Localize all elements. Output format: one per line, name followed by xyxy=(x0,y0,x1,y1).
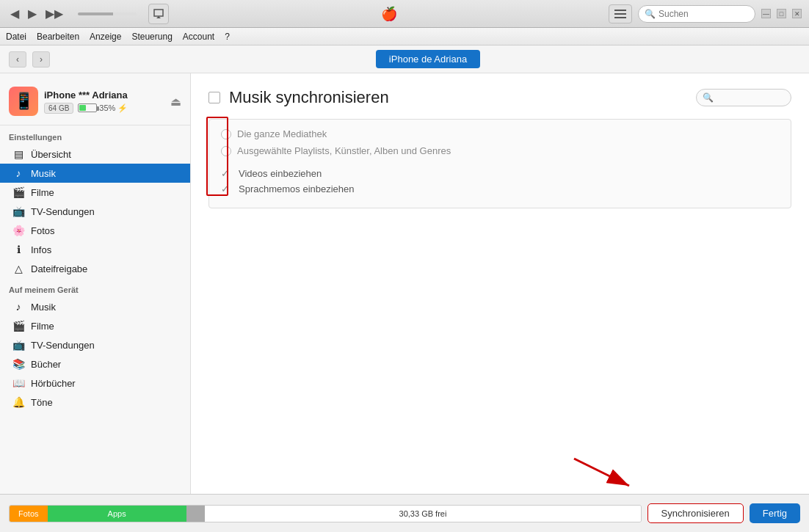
close-button[interactable]: ✕ xyxy=(792,9,802,18)
menu-account[interactable]: Account xyxy=(183,32,214,42)
nav-back-button[interactable]: ‹ xyxy=(9,51,26,68)
svg-rect-1 xyxy=(614,13,626,15)
sidebar-item-label-tv2: TV-Sendungen xyxy=(31,340,95,351)
radio-all-dot[interactable] xyxy=(221,129,231,139)
sidebar-item-infos[interactable]: ℹ Infos xyxy=(0,240,190,259)
menubar: Datei Bearbeiten Anzeige Steuerung Accou… xyxy=(0,28,809,45)
storage-badge: 64 GB xyxy=(44,103,73,114)
menu-help[interactable]: ? xyxy=(225,32,230,42)
device-icon: 📱 xyxy=(9,87,38,116)
airplay-button[interactable] xyxy=(148,4,169,24)
apps-segment-label: Apps xyxy=(108,509,126,518)
sidebar-item-label-musik: Musik xyxy=(31,168,56,179)
sidebar-item-uebersicht[interactable]: ▤ Übersicht xyxy=(0,145,190,164)
sidebar-item-label-buecher: Bücher xyxy=(31,359,61,370)
volume-slider[interactable] xyxy=(78,12,137,15)
svg-rect-2 xyxy=(614,17,626,18)
radio-selected-dot[interactable] xyxy=(221,146,231,156)
device-name: iPhone *** Adriana xyxy=(44,90,164,101)
play-button[interactable]: ▶ xyxy=(25,5,40,22)
sidebar-item-musik2[interactable]: ♪ Musik xyxy=(0,297,190,316)
content-area: Musik synchronisieren 🔍 Die ganze Mediat… xyxy=(191,73,809,494)
checkbox-videos-icon[interactable]: ✓ xyxy=(221,168,233,179)
svg-rect-0 xyxy=(614,10,626,11)
sidebar-item-filme[interactable]: 🎬 Filme xyxy=(0,183,190,202)
fotos-segment-label: Fotos xyxy=(18,509,39,518)
content-search[interactable]: 🔍 xyxy=(696,89,791,106)
device-info: iPhone *** Adriana 64 GB 35% ⚡ xyxy=(44,90,164,114)
menu-anzeige[interactable]: Anzeige xyxy=(90,32,121,42)
sidebar-item-label-filme: Filme xyxy=(31,187,54,198)
search-input[interactable] xyxy=(659,9,749,19)
radio-option-all[interactable]: Die ganze Mediathek xyxy=(221,128,779,139)
list-view-button[interactable] xyxy=(609,4,632,23)
radio-all-label: Die ganze Mediathek xyxy=(237,128,327,139)
storage-free-segment: 30,33 GB frei xyxy=(205,506,640,522)
storage-other-segment xyxy=(186,506,206,522)
options-box: Die ganze Mediathek Ausgewählte Playlist… xyxy=(208,119,791,208)
sidebar-item-label-infos: Infos xyxy=(31,244,51,255)
hoerbuecher-icon: 📖 xyxy=(12,377,25,389)
infos-icon: ℹ xyxy=(12,244,25,255)
device-nav-button[interactable]: iPhone de Adriana xyxy=(376,50,480,68)
tv-icon: 📺 xyxy=(12,205,25,217)
radio-selected-label: Ausgewählte Playlists, Künstler, Alben u… xyxy=(237,145,451,156)
navbar: ‹ › iPhone de Adriana xyxy=(0,45,809,73)
musik2-icon: ♪ xyxy=(12,301,25,313)
fertig-button[interactable]: Fertig xyxy=(750,503,800,523)
sidebar-item-musik[interactable]: ♪ Musik xyxy=(0,164,190,183)
sidebar: 📱 iPhone *** Adriana 64 GB 35% ⚡ ⏏ Einst… xyxy=(0,73,191,494)
search-box[interactable]: 🔍 xyxy=(638,5,755,23)
device-section-label: Auf meinem Gerät xyxy=(0,278,190,297)
checkbox-sprachmemos-icon[interactable]: ✓ xyxy=(221,183,233,194)
titlebar: ◀ ▶ ▶▶ 🍎 🔍 — □ ✕ xyxy=(0,0,809,28)
forward-button[interactable]: ▶▶ xyxy=(43,5,66,22)
restore-button[interactable]: □ xyxy=(777,9,786,18)
checkbox-sprachmemos-label: Sprachmemos einbeziehen xyxy=(239,183,355,194)
sidebar-item-label-fotos: Fotos xyxy=(31,225,55,236)
content-title: Musik synchronisieren xyxy=(229,88,389,107)
filme-icon: 🎬 xyxy=(12,186,25,198)
back-button[interactable]: ◀ xyxy=(7,5,22,22)
menu-bearbeiten[interactable]: Bearbeiten xyxy=(37,32,79,42)
sidebar-item-label-toene: Töne xyxy=(31,397,53,408)
content-header: Musik synchronisieren 🔍 xyxy=(208,88,791,107)
minimize-button[interactable]: — xyxy=(761,9,771,18)
radio-option-selected[interactable]: Ausgewählte Playlists, Künstler, Alben u… xyxy=(221,145,779,156)
sidebar-item-label-hoerbuecher: Hörbücher xyxy=(31,378,76,389)
battery-icon xyxy=(78,103,97,112)
sidebar-item-label-musik2: Musik xyxy=(31,302,56,313)
sidebar-item-label-uebersicht: Übersicht xyxy=(31,149,71,160)
sidebar-item-label-filme2: Filme xyxy=(31,321,54,332)
checkbox-videos[interactable]: ✓ Videos einbeziehen xyxy=(221,168,779,179)
charging-icon: ⚡ xyxy=(117,103,128,113)
free-space-label: 30,33 GB frei xyxy=(399,509,447,518)
sidebar-item-label-tv: TV-Sendungen xyxy=(31,206,95,217)
sidebar-item-filme2[interactable]: 🎬 Filme xyxy=(0,316,190,335)
menu-steuerung[interactable]: Steuerung xyxy=(131,32,172,42)
toene-icon: 🔔 xyxy=(12,396,25,408)
eject-button[interactable]: ⏏ xyxy=(170,95,181,109)
battery-bar: 35% ⚡ xyxy=(78,103,128,113)
nav-forward-button[interactable]: › xyxy=(32,51,50,68)
filme2-icon: 🎬 xyxy=(12,320,25,332)
device-sub: 64 GB 35% ⚡ xyxy=(44,103,164,114)
sidebar-item-toene[interactable]: 🔔 Töne xyxy=(0,393,190,412)
checkbox-videos-label: Videos einbeziehen xyxy=(239,168,322,179)
main-layout: 📱 iPhone *** Adriana 64 GB 35% ⚡ ⏏ Einst… xyxy=(0,73,809,494)
fotos-icon: 🌸 xyxy=(12,225,25,236)
sidebar-item-tv2[interactable]: 📺 TV-Sendungen xyxy=(0,335,190,354)
storage-fotos-segment: Fotos xyxy=(10,506,48,522)
musik-sync-checkbox[interactable] xyxy=(208,92,220,103)
sidebar-item-tv-sendungen[interactable]: 📺 TV-Sendungen xyxy=(0,202,190,221)
tv2-icon: 📺 xyxy=(12,339,25,351)
sidebar-item-hoerbuecher[interactable]: 📖 Hörbücher xyxy=(0,374,190,393)
sidebar-item-fotos[interactable]: 🌸 Fotos xyxy=(0,221,190,240)
menu-datei[interactable]: Datei xyxy=(6,32,26,42)
synchronisieren-button[interactable]: Synchronisieren xyxy=(647,503,744,523)
sidebar-item-buecher[interactable]: 📚 Bücher xyxy=(0,354,190,374)
buecher-icon: 📚 xyxy=(12,358,25,370)
checkbox-sprachmemos[interactable]: ✓ Sprachmemos einbeziehen xyxy=(221,183,779,194)
sidebar-item-dateifreigabe[interactable]: △ Dateifreigabe xyxy=(0,259,190,278)
uebersicht-icon: ▤ xyxy=(12,148,25,160)
